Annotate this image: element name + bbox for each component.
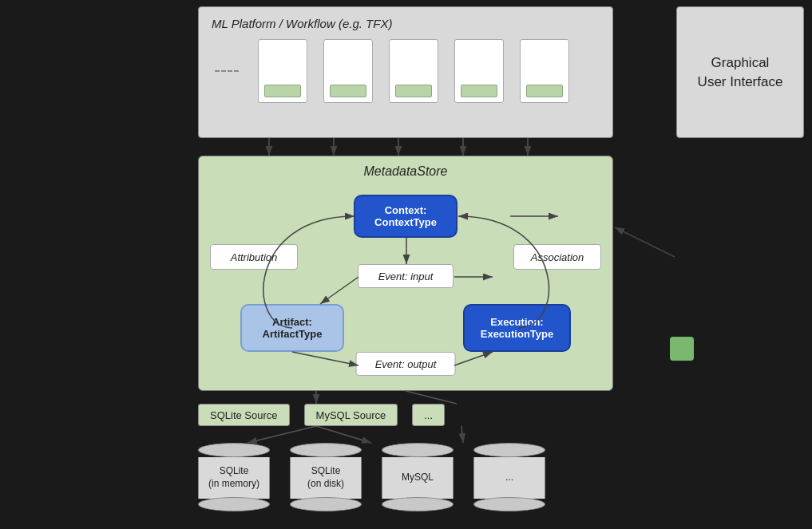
svg-line-6 (454, 352, 493, 365)
event-input-label: Event: input (358, 264, 454, 288)
db-label-2: SQLite(on disk) (307, 465, 344, 490)
db-top-1 (198, 443, 270, 457)
svg-line-19 (461, 426, 463, 443)
db-body-4: ... (473, 457, 545, 499)
pipeline-node-bar-3 (395, 85, 432, 97)
pipeline-node-bar-1 (264, 85, 301, 97)
db-bottom-4 (473, 497, 545, 511)
mysql-source-label: MySQL Source (316, 409, 386, 421)
db-body-1: SQLite(in memory) (198, 457, 270, 499)
ml-platform-label: ML Platform / Workflow (e.g. TFX) (212, 17, 392, 30)
pipeline-node-bar-4 (461, 85, 497, 97)
metadata-store-label: MetadataStore (364, 164, 448, 179)
svg-line-16 (406, 391, 457, 404)
pipeline-nodes (215, 39, 569, 103)
db-top-3 (382, 443, 454, 457)
context-node-label: Context:ContextType (374, 204, 437, 228)
db-label-1: SQLite(in memory) (208, 465, 259, 490)
mysql-source-box: MySQL Source (304, 404, 398, 426)
ml-platform-box: ML Platform / Workflow (e.g. TFX) (198, 6, 613, 138)
pipeline-node-4 (454, 39, 504, 103)
svg-line-17 (248, 426, 316, 443)
event-output-label: Event: output (356, 352, 456, 376)
gui-box: Graphical User Interface (676, 6, 804, 138)
gui-label: Graphical User Interface (698, 53, 783, 92)
pipeline-node-bar-2 (330, 85, 366, 97)
db-bottom-1 (198, 497, 270, 511)
db-top-2 (290, 443, 362, 457)
artifact-node: Artifact:ArtifactType (240, 304, 344, 352)
db-ellipsis: ... (473, 443, 545, 513)
db-cylinders: SQLite(in memory) SQLite(on disk) MySQL … (198, 443, 545, 513)
db-sqlite-memory: SQLite(in memory) (198, 443, 270, 513)
sqlite-source-label: SQLite Source (210, 409, 278, 421)
context-node: Context:ContextType (354, 195, 457, 238)
pipeline-node-2 (323, 39, 373, 103)
metadata-store-box: MetadataStore Context:ContextType Attrib… (198, 156, 613, 391)
db-body-2: SQLite(on disk) (290, 457, 362, 499)
pipeline-node-5 (520, 39, 569, 103)
db-top-4 (473, 443, 545, 457)
svg-line-5 (292, 352, 358, 365)
db-sqlite-disk: SQLite(on disk) (290, 443, 362, 513)
source-boxes: SQLite Source MySQL Source ... (198, 404, 445, 426)
pipeline-node-bar-5 (526, 85, 563, 97)
ellipsis-source-box: ... (412, 404, 445, 426)
db-mysql: MySQL (382, 443, 454, 513)
db-bottom-2 (290, 497, 362, 511)
svg-line-9 (615, 227, 675, 257)
attribution-label: Attribution (210, 244, 298, 270)
db-body-3: MySQL (382, 457, 454, 499)
svg-line-18 (316, 426, 371, 443)
dashed-connector (215, 70, 239, 72)
db-bottom-3 (382, 497, 454, 511)
sqlite-source-box: SQLite Source (198, 404, 290, 426)
diagram-area: ML Platform / Workflow (e.g. TFX) Graphi… (0, 0, 812, 529)
association-label: Association (513, 244, 601, 270)
db-label-3: MySQL (402, 472, 434, 484)
pipeline-node-1 (258, 39, 307, 103)
execution-node: Execution:ExecutionType (463, 304, 571, 352)
execution-node-label: Execution:ExecutionType (481, 316, 554, 340)
artifact-node-label: Artifact:ArtifactType (263, 316, 323, 340)
green-indicator (670, 337, 694, 361)
db-label-4: ... (505, 472, 513, 484)
svg-line-4 (320, 277, 358, 304)
pipeline-node-3 (389, 39, 438, 103)
ellipsis-source-label: ... (424, 409, 433, 421)
